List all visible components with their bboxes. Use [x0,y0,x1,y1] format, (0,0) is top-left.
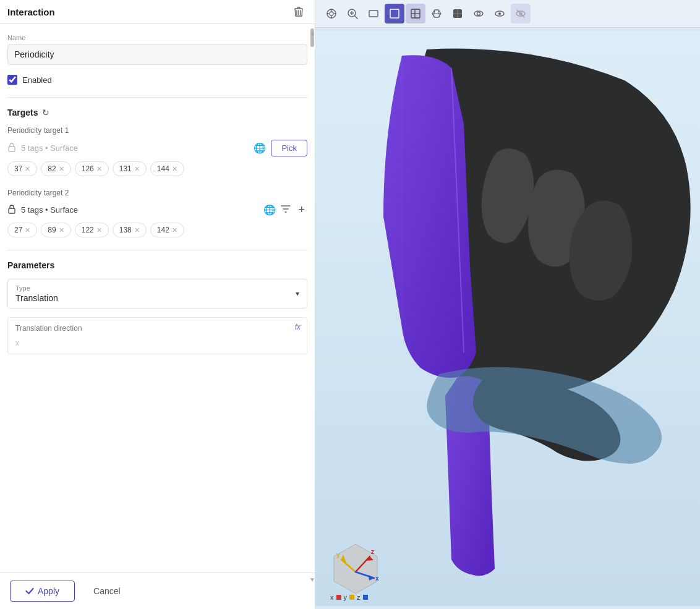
tag-remove-122[interactable]: ✕ [96,226,102,234]
toolbar-grid-button[interactable] [406,4,425,23]
frame-icon [368,8,379,19]
svg-text:y: y [336,552,340,558]
svg-point-24 [498,12,501,15]
params-section: Parameters Type Translation ▾ Translatio… [7,260,307,354]
eye-icon [473,8,484,19]
tag-remove-131[interactable]: ✕ [134,165,140,173]
target-1-block: Periodicity target 1 5 tags • Surface 🌐 … [7,126,307,176]
toolbar-box-button[interactable] [385,4,404,23]
panel-content: Name Enabled Targets ↻ Periodicity targe… [0,24,315,573]
targets-title: Targets [7,108,38,117]
axis-svg: z y x [328,541,383,597]
tag-chip-27: 27✕ [7,223,37,237]
svg-rect-0 [9,147,15,151]
toolbar-faces-button[interactable] [448,4,467,23]
type-dropdown[interactable]: Type Translation ▾ [7,279,307,309]
name-label: Name [7,34,307,41]
trash-icon [294,6,304,17]
target-1-tags: 37✕ 82✕ 126✕ 131✕ 144✕ [7,161,307,176]
z-label: z [357,594,361,601]
delete-button[interactable] [290,5,307,19]
type-label: Type [15,284,299,292]
check-icon [25,587,34,595]
zoom-icon [347,8,358,19]
target-icon [326,8,337,19]
cancel-button[interactable]: Cancel [81,581,133,601]
y-dot [349,595,354,600]
tag-remove-142[interactable]: ✕ [172,226,177,234]
tag-chip-37: 37✕ [7,161,37,176]
svg-point-22 [477,12,480,15]
tag-chip-144: 144✕ [150,161,184,176]
toolbar-eye3-button[interactable] [511,4,531,23]
tag-chip-131: 131✕ [113,161,147,176]
pick-button-1[interactable]: Pick [271,140,307,156]
target-1-row: 5 tags • Surface 🌐 Pick [7,140,307,156]
box-icon [389,8,400,19]
y-label: y [344,594,348,601]
fx-button[interactable]: fx [295,323,301,331]
scroll-down-indicator: ▼ [310,575,315,584]
panel-header: Interaction [0,0,315,24]
lock-icon-1 [7,142,16,154]
eye2-icon [494,8,505,19]
svg-text:z: z [371,548,374,555]
x-label: x [330,594,334,601]
svg-rect-12 [369,11,378,17]
grid-icon [410,8,421,19]
toolbar-zoom-button[interactable] [343,4,362,23]
lock-svg-2 [7,204,16,214]
toolbar-eye2-button[interactable] [490,4,510,23]
toolbar-mesh-button[interactable] [427,4,446,23]
tag-remove-82[interactable]: ✕ [59,165,64,173]
panel-footer: Apply Cancel [0,573,315,609]
enabled-row: Enabled [7,75,307,85]
params-title: Parameters [7,260,307,270]
viewport-3d[interactable]: z y x x y z [315,28,700,609]
add-button-2[interactable]: + [296,202,307,218]
filter-icon-2[interactable] [281,204,291,216]
tag-remove-89[interactable]: ✕ [59,226,64,234]
name-field-group: Name [7,34,307,65]
svg-line-9 [355,16,357,19]
divider-1 [7,97,307,98]
refresh-icon[interactable]: ↻ [42,108,49,117]
target-2-tags: 27✕ 89✕ 122✕ 138✕ 142✕ [7,223,307,237]
target-2-row: 5 tags • Surface 🌐 + [7,202,307,218]
tag-remove-27[interactable]: ✕ [25,226,30,234]
3d-model-svg [315,28,700,609]
target-1-title: Periodicity target 1 [7,126,307,135]
face-colors-icon [452,8,463,19]
chevron-down-icon: ▾ [296,289,299,298]
target-2-block: Periodicity target 2 5 tags • Surface 🌐 … [7,189,307,237]
tag-remove-126[interactable]: ✕ [96,165,102,173]
scroll-up-indicator: ▲ [310,28,315,37]
panel-title: Interaction [7,7,55,17]
toolbar-target-button[interactable] [322,4,341,23]
globe-icon-2[interactable]: 🌐 [263,204,276,216]
svg-point-3 [330,12,333,15]
divider-2 [7,250,307,250]
enabled-checkbox[interactable] [7,75,17,85]
name-input[interactable] [7,44,307,65]
target-2-tag-info: 5 tags • Surface [21,205,258,215]
filter-svg [281,204,291,214]
lock-icon-2 [7,204,16,216]
tag-chip-122: 122✕ [75,223,109,237]
targets-header: Targets ↻ [7,108,307,117]
z-dot [363,595,368,600]
lock-svg-1 [7,142,16,152]
svg-rect-13 [390,9,399,18]
translation-x-placeholder: x [15,339,299,347]
toolbar-eye-button[interactable] [469,4,489,23]
translation-direction-label: Translation direction [15,324,299,333]
tag-remove-37[interactable]: ✕ [25,165,30,173]
tag-remove-138[interactable]: ✕ [134,226,140,234]
tag-chip-126: 126✕ [75,161,109,176]
tag-remove-144[interactable]: ✕ [172,165,177,173]
svg-rect-1 [9,208,15,213]
globe-icon-1[interactable]: 🌐 [254,142,266,154]
apply-button[interactable]: Apply [10,581,75,602]
target-2-title: Periodicity target 2 [7,189,307,197]
toolbar-frame-button[interactable] [364,4,383,23]
